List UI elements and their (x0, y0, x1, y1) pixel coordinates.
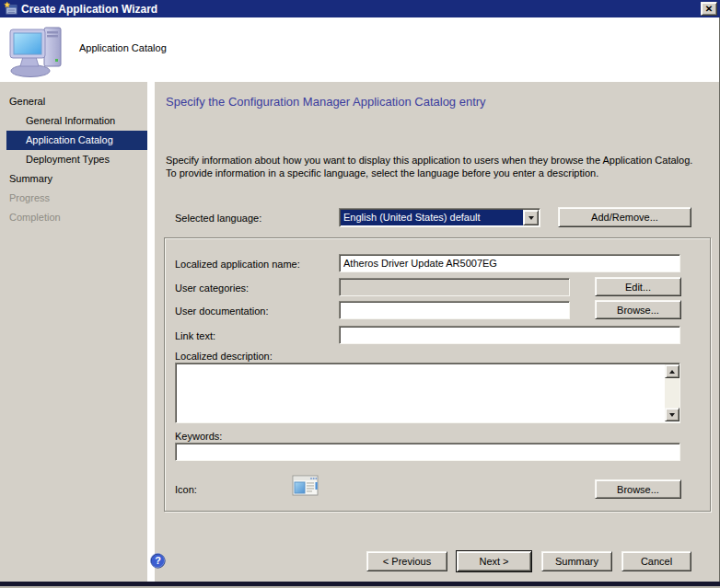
user-documentation-label: User documentation: (175, 306, 269, 317)
language-combobox[interactable]: English (United States) default (339, 208, 540, 227)
create-application-wizard-window: Create Application Wizard ✕ Appl (0, 0, 720, 588)
add-remove-button[interactable]: Add/Remove... (558, 207, 691, 227)
titlebar: Create Application Wizard ✕ (0, 0, 720, 17)
page-title: Specify the Configuration Manager Applic… (166, 95, 486, 109)
edit-categories-button[interactable]: Edit... (595, 277, 681, 296)
description-textarea[interactable] (175, 363, 680, 423)
sidebar-item-progress: Progress (0, 189, 147, 208)
window-title: Create Application Wizard (21, 3, 701, 16)
description-scrollbar[interactable] (665, 364, 679, 421)
browse-documentation-button[interactable]: Browse... (595, 300, 681, 319)
cancel-button[interactable]: Cancel (621, 551, 691, 571)
window-bottom-border (0, 582, 720, 588)
arrow-down-icon (669, 413, 675, 417)
selected-language-label: Selected language: (175, 213, 261, 224)
link-text-input[interactable] (339, 326, 680, 344)
app-name-input[interactable] (339, 254, 680, 272)
close-button[interactable]: ✕ (701, 2, 717, 16)
chevron-down-icon (528, 216, 534, 220)
wizard-nav-sidebar: General General Information Application … (0, 82, 147, 582)
app-name-label: Localized application name: (175, 259, 300, 270)
keywords-label: Keywords: (175, 431, 222, 442)
language-dropdown-button[interactable] (523, 210, 539, 225)
wizard-icon (4, 2, 17, 16)
browse-icon-button[interactable]: Browse... (595, 479, 681, 499)
svg-text:?: ? (155, 555, 161, 566)
user-documentation-input[interactable] (339, 301, 570, 319)
scroll-up-button[interactable] (665, 364, 679, 378)
previous-button[interactable]: < Previous (366, 551, 447, 571)
user-categories-label: User categories: (175, 282, 249, 294)
sidebar-item-summary[interactable]: Summary (0, 169, 147, 189)
scroll-down-button[interactable] (665, 408, 679, 421)
icon-label: Icon: (175, 484, 197, 495)
sidebar-item-application-catalog[interactable]: Application Catalog (6, 131, 147, 150)
description-text-area-input[interactable] (177, 364, 664, 421)
next-button[interactable]: Next > (456, 550, 532, 572)
summary-button[interactable]: Summary (541, 551, 612, 571)
sidebar-item-general-information[interactable]: General Information (0, 111, 147, 131)
arrow-up-icon (669, 370, 675, 374)
wizard-page-group-title: Application Catalog (79, 42, 167, 53)
intro-line-1: Specify information about how you want t… (166, 154, 692, 167)
language-selected-value: English (United States) default (341, 210, 523, 225)
computer-icon (7, 25, 66, 78)
sidebar-item-completion: Completion (0, 208, 147, 227)
intro-text: Specify information about how you want t… (166, 154, 692, 179)
description-label: Localized description: (175, 351, 273, 362)
close-icon: ✕ (705, 4, 713, 13)
keywords-input[interactable] (175, 443, 680, 461)
application-icon-preview (292, 473, 319, 498)
sidebar-item-general[interactable]: General (0, 92, 147, 111)
sidebar-item-deployment-types[interactable]: Deployment Types (0, 150, 147, 169)
user-categories-input (339, 278, 570, 296)
intro-line-2: To provide information in a specific lan… (166, 167, 692, 179)
link-text-label: Link text: (175, 330, 215, 341)
wizard-header: Application Catalog (0, 17, 720, 82)
help-icon[interactable]: ? (150, 553, 166, 569)
